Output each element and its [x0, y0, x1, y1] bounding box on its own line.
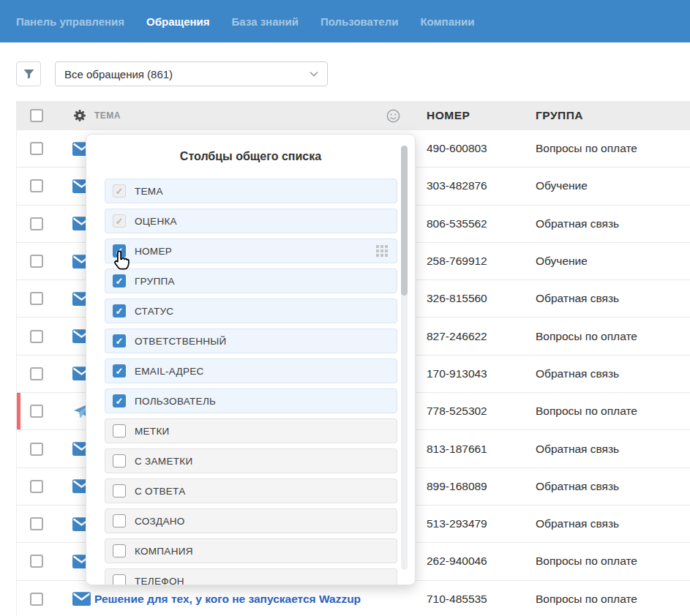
column-option-checkbox[interactable]: ✓ — [113, 514, 126, 527]
ticket-group: Вопросы по оплате — [532, 142, 690, 155]
ticket-group: Обратная связь — [532, 443, 690, 456]
column-option-label: EMAIL-АДРЕС — [135, 366, 204, 377]
column-option-checkbox[interactable]: ✓ — [113, 364, 126, 378]
column-option-label: ТЕМА — [135, 186, 163, 197]
row-checkbox[interactable] — [30, 593, 43, 606]
ticket-number: 710-485535 — [424, 593, 532, 606]
nav-tab-3[interactable]: Пользователи — [320, 15, 398, 28]
column-option-checkbox[interactable]: ✓ — [113, 304, 126, 318]
column-option-checkbox[interactable]: ✓ — [113, 574, 126, 585]
envelope-icon — [72, 592, 93, 606]
ticket-number: 806-535562 — [424, 217, 532, 230]
ticket-number: 778-525302 — [424, 405, 532, 418]
column-option[interactable]: ✓ СОЗДАНО — [105, 508, 397, 533]
column-option[interactable]: ✓ ОТВЕТСТВЕННЫЙ — [105, 328, 397, 353]
column-option[interactable]: ✓ EMAIL-АДРЕС — [105, 358, 397, 383]
ticket-group: Обучение — [532, 179, 690, 192]
column-header-gruppa[interactable]: ГРУППА — [532, 109, 690, 122]
nav-tab-1[interactable]: Обращения — [146, 15, 209, 28]
ticket-group: Обратная связь — [532, 480, 690, 493]
column-option[interactable]: ✓ С ЗАМЕТКИ — [105, 448, 397, 473]
funnel-icon — [23, 68, 35, 80]
column-option[interactable]: ✓ КОМПАНИЯ — [105, 538, 397, 563]
ticket-number: 326-815560 — [424, 292, 532, 305]
nav-tab-4[interactable]: Компании — [420, 15, 474, 28]
column-option-checkbox[interactable]: ✓ — [113, 214, 126, 228]
column-option-label: ОТВЕТСТВЕННЫЙ — [135, 336, 227, 347]
ticket-group: Обратная связь — [532, 292, 690, 305]
row-checkbox[interactable] — [30, 292, 43, 305]
tickets-filter-select[interactable]: Все обращения (861) — [55, 61, 328, 86]
popup-items-list: ✓ ТЕМА ✓ ОЦЕНКА ✓ НОМЕР — [105, 179, 397, 585]
row-checkbox[interactable] — [30, 142, 43, 155]
column-option-checkbox[interactable]: ✓ — [113, 454, 126, 467]
column-header-tema[interactable]: ТЕМА — [93, 110, 385, 121]
app-window: Панель управленияОбращенияБаза знанийПол… — [0, 0, 690, 616]
row-checkbox[interactable] — [30, 330, 43, 343]
column-option-label: ОЦЕНКА — [135, 216, 177, 227]
row-checkbox[interactable] — [30, 555, 43, 568]
ticket-group: Обратная связь — [532, 217, 690, 230]
column-option-label: СТАТУС — [135, 306, 173, 317]
column-option-label: С ОТВЕТА — [135, 486, 185, 497]
column-option-label: ПОЛЬЗОВАТЕЛЬ — [135, 396, 216, 407]
ticket-number: 813-187661 — [424, 443, 532, 456]
ticket-number: 303-482876 — [424, 179, 532, 192]
row-checkbox[interactable] — [30, 255, 43, 268]
drag-handle-icon[interactable] — [376, 245, 388, 257]
column-option-label: СОЗДАНО — [135, 516, 185, 527]
row-checkbox[interactable] — [30, 217, 43, 230]
column-option-label: КОМПАНИЯ — [135, 546, 193, 557]
ticket-group: Вопросы по оплате — [532, 330, 690, 343]
popup-scrollbar[interactable] — [401, 146, 408, 570]
table-row[interactable]: Решение для тех, у кого не запускается W… — [17, 581, 690, 616]
column-option[interactable]: ✓ ПОЛЬЗОВАТЕЛЬ — [105, 388, 397, 413]
column-option-checkbox[interactable]: ✓ — [113, 184, 126, 198]
column-option[interactable]: ✓ СТАТУС — [105, 298, 397, 323]
smiley-icon[interactable] — [386, 109, 424, 123]
filter-button[interactable] — [16, 61, 41, 86]
select-all-checkbox[interactable] — [30, 109, 43, 122]
column-option-checkbox[interactable]: ✓ — [113, 334, 126, 348]
column-option-checkbox[interactable]: ✓ — [113, 484, 126, 497]
tickets-filter-value: Все обращения (861) — [64, 68, 310, 80]
column-option-checkbox[interactable]: ✓ — [113, 244, 126, 258]
column-option-checkbox[interactable]: ✓ — [113, 394, 126, 407]
row-checkbox[interactable] — [30, 517, 43, 530]
chevron-down-icon — [310, 71, 318, 77]
column-option-label: ГРУППА — [135, 276, 175, 287]
column-option[interactable]: ✓ ТЕМА — [105, 179, 397, 203]
row-checkbox[interactable] — [30, 480, 43, 493]
column-option-checkbox[interactable]: ✓ — [113, 544, 126, 557]
column-option-label: МЕТКИ — [135, 426, 170, 437]
ticket-number: 827-246622 — [424, 330, 532, 343]
row-checkbox[interactable] — [30, 405, 43, 418]
column-header-rating — [385, 109, 424, 123]
column-option-checkbox[interactable]: ✓ — [113, 274, 126, 288]
gear-icon[interactable] — [72, 108, 93, 123]
ticket-number: 513-293479 — [424, 517, 532, 530]
ticket-subject-link[interactable]: Решение для тех, у кого не запускается W… — [94, 593, 361, 605]
column-option[interactable]: ✓ ТЕЛЕФОН — [105, 568, 397, 585]
nav-tab-2[interactable]: База знаний — [232, 15, 299, 28]
ticket-number: 262-940046 — [424, 555, 532, 568]
ticket-number: 899-168089 — [424, 480, 532, 493]
column-option[interactable]: ✓ МЕТКИ — [105, 418, 397, 443]
ticket-group: Обратная связь — [532, 367, 690, 380]
column-option[interactable]: ✓ ОЦЕНКА — [105, 209, 397, 233]
column-option[interactable]: ✓ НОМЕР — [105, 238, 397, 263]
row-checkbox[interactable] — [30, 179, 43, 192]
ticket-group: Вопросы по оплате — [532, 405, 690, 418]
ticket-number: 170-913043 — [424, 367, 532, 380]
nav-tab-0[interactable]: Панель управления — [16, 15, 124, 28]
ticket-number: 490-600803 — [424, 142, 532, 155]
column-option-label: С ЗАМЕТКИ — [135, 456, 192, 467]
ticket-group: Обратная связь — [532, 517, 690, 530]
column-header-nomer[interactable]: НОМЕР — [424, 109, 532, 122]
popup-scrollbar-thumb[interactable] — [401, 146, 408, 296]
row-checkbox[interactable] — [30, 367, 43, 380]
row-checkbox[interactable] — [30, 443, 43, 456]
column-option-checkbox[interactable]: ✓ — [113, 424, 126, 437]
column-option[interactable]: ✓ ГРУППА — [105, 268, 397, 293]
column-option[interactable]: ✓ С ОТВЕТА — [105, 478, 397, 503]
